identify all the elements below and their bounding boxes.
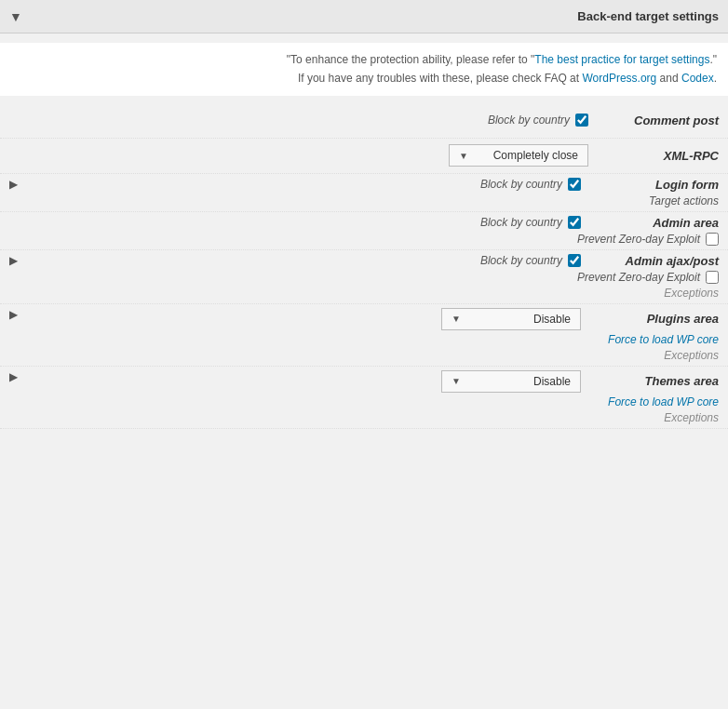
xml-rpc-row: ▼ Completely close XML-RPC <box>0 139 728 174</box>
best-practice-link[interactable]: The best practice for target settings <box>534 53 709 66</box>
xml-rpc-dropdown-value: Completely close <box>493 149 578 162</box>
themes-exceptions-row: Exceptions <box>28 411 719 424</box>
login-expand-icon[interactable]: ▶ <box>9 178 18 191</box>
login-sub-controls: Target actions <box>28 194 719 207</box>
dropdown-arrow-icon: ▼ <box>459 151 468 161</box>
themes-dropdown[interactable]: ▼ Disable <box>441 370 581 393</box>
themes-controls-row: ▼ Disable Themes area <box>28 370 719 393</box>
comment-post-label: Comment post <box>598 114 719 127</box>
admin-area-label: Admin area <box>598 216 719 230</box>
info-line2: If you have any troubles with these, ple… <box>11 69 717 87</box>
admin-area-controls-row: Block by country Admin area <box>28 216 719 230</box>
plugins-area-row: ▶ ▼ Disable Plugins area Force to load W… <box>0 304 728 367</box>
login-block-country-checkbox[interactable] <box>568 178 581 191</box>
plugins-area-label: Plugins area <box>598 312 719 326</box>
comment-post-controls: Block by country <box>28 114 588 127</box>
content-area: "To enhance the protection ability, plea… <box>0 33 728 438</box>
ajax-prevent-row: Prevent Zero-day Exploit <box>28 271 719 284</box>
wordpress-link[interactable]: WordPress.org <box>582 72 656 85</box>
plugins-dropdown-arrow-icon: ▼ <box>452 314 461 324</box>
login-form-label: Login form <box>598 178 719 192</box>
comment-post-row: Block by country Comment post <box>0 103 728 139</box>
plugins-dropdown[interactable]: ▼ Disable <box>441 308 581 330</box>
themes-dropdown-value: Disable <box>533 375 571 388</box>
comment-block-country-label: Block by country <box>488 114 570 127</box>
ajax-prevent-checkbox[interactable] <box>706 271 719 284</box>
themes-dropdown-arrow-icon: ▼ <box>452 376 461 386</box>
admin-prevent-row: Prevent Zero-day Exploit <box>28 233 719 246</box>
page-wrapper: ▼ Back-end target settings "To enhance t… <box>0 0 728 709</box>
themes-force-link[interactable]: Force to load WP core <box>608 395 719 408</box>
info-bar: "To enhance the protection ability, plea… <box>0 43 728 96</box>
admin-prevent-label: Prevent Zero-day Exploit <box>577 233 700 246</box>
admin-block-country-checkbox[interactable] <box>568 216 581 229</box>
ajax-block-country-label: Block by country <box>480 254 562 267</box>
collapse-icon[interactable]: ▼ <box>9 9 22 24</box>
ajax-prevent-label: Prevent Zero-day Exploit <box>577 271 700 284</box>
login-target-actions: Target actions <box>649 194 719 207</box>
comment-block-country-checkbox[interactable] <box>575 114 588 127</box>
plugins-force-link[interactable]: Force to load WP core <box>608 333 719 346</box>
header: ▼ Back-end target settings <box>0 0 728 33</box>
admin-ajax-controls-row: Block by country Admin ajax/post <box>28 254 719 268</box>
admin-ajax-row: ▶ Block by country Admin ajax/post Preve… <box>0 250 728 304</box>
page-title: Back-end target settings <box>577 9 719 23</box>
ajax-block-country-checkbox[interactable] <box>568 254 581 267</box>
admin-area-controls: Block by country <box>28 216 581 229</box>
login-form-controls: Block by country <box>28 178 581 191</box>
login-block-country-label: Block by country <box>480 178 562 191</box>
ajax-exceptions-label[interactable]: Exceptions <box>664 287 719 300</box>
admin-prevent-checkbox[interactable] <box>706 233 719 246</box>
themes-area-row: ▶ ▼ Disable Themes area Force to load WP… <box>0 367 728 429</box>
ajax-exceptions-row: Exceptions <box>28 287 719 300</box>
info-text1: "To enhance the protection ability, plea… <box>287 53 534 66</box>
login-form-row: ▶ Block by country Login form Target act… <box>0 174 728 212</box>
login-form-controls-row: Block by country Login form <box>28 178 719 192</box>
xml-rpc-controls: ▼ Completely close <box>28 144 588 167</box>
themes-area-label: Themes area <box>598 374 719 388</box>
plugins-exceptions-row: Exceptions <box>28 349 719 362</box>
plugins-area-controls: ▼ Disable <box>28 308 581 330</box>
plugins-expand-icon[interactable]: ▶ <box>9 308 18 321</box>
admin-ajax-controls: Block by country <box>28 254 581 267</box>
xml-rpc-dropdown[interactable]: ▼ Completely close <box>449 144 588 167</box>
plugins-force-row: Force to load WP core <box>28 333 719 346</box>
admin-area-row: Block by country Admin area Prevent Zero… <box>0 212 728 250</box>
themes-exceptions-label[interactable]: Exceptions <box>664 411 719 424</box>
codex-link[interactable]: Codex <box>681 72 714 85</box>
plugins-dropdown-value: Disable <box>533 313 571 326</box>
plugins-controls-row: ▼ Disable Plugins area <box>28 308 719 330</box>
themes-expand-icon[interactable]: ▶ <box>9 370 18 383</box>
admin-ajax-label: Admin ajax/post <box>598 254 719 268</box>
info-line1: "To enhance the protection ability, plea… <box>11 50 717 69</box>
xml-rpc-label: XML-RPC <box>598 149 719 163</box>
admin-block-country-label: Block by country <box>480 216 562 229</box>
plugins-exceptions-label[interactable]: Exceptions <box>664 349 719 362</box>
themes-force-row: Force to load WP core <box>28 395 719 408</box>
ajax-expand-icon[interactable]: ▶ <box>9 254 18 267</box>
themes-area-controls: ▼ Disable <box>28 370 581 393</box>
